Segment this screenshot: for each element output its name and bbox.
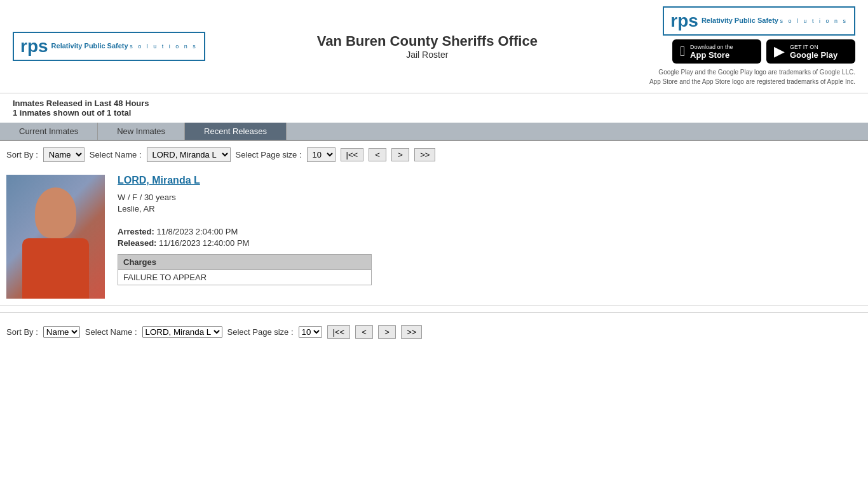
logo-right: rps Relativity Public Safety s o l u t i… xyxy=(663,6,855,36)
sort-by-select[interactable]: Name xyxy=(43,147,85,162)
inmate-released: Released: 11/16/2023 12:40:00 PM xyxy=(118,238,862,248)
bottom-sort-by-label: Sort By : xyxy=(6,327,38,337)
sort-by-label: Sort By : xyxy=(6,150,38,159)
google-play-text: GET IT ON Google Play xyxy=(790,44,837,60)
divider xyxy=(0,312,868,313)
logo-left: rps Relativity Public Safety s o l u t i… xyxy=(13,32,205,61)
inmate-arrested: Arrested: 11/8/2023 2:04:00 PM xyxy=(118,227,862,236)
inmate-info: LORD, Miranda L W / F / 30 years Leslie,… xyxy=(118,175,862,299)
bottom-nav-prev-button[interactable]: < xyxy=(355,325,373,339)
bottom-page-size-label: Select Page size : xyxy=(227,327,294,337)
bottom-nav-last-button[interactable]: >> xyxy=(401,325,422,339)
app-disclaimer: Google Play and the Google Play logo are… xyxy=(649,67,855,86)
inmate-photo xyxy=(6,175,105,299)
tab-current-inmates[interactable]: Current Inmates xyxy=(0,123,98,140)
header-right: rps Relativity Public Safety s o l u t i… xyxy=(649,6,855,86)
google-play-icon: ▶ xyxy=(774,43,785,60)
page-title: Van Buren County Sheriffs Office xyxy=(317,33,538,50)
tab-new-inmates[interactable]: New Inmates xyxy=(98,123,185,140)
tabs-bar: Current Inmates New Inmates Recent Relea… xyxy=(0,123,868,141)
nav-next-button[interactable]: > xyxy=(391,148,409,161)
bottom-select-name-select[interactable]: LORD, Miranda L xyxy=(142,326,222,338)
bottom-select-name-label: Select Name : xyxy=(85,327,137,337)
released-value: 11/16/2023 12:40:00 PM xyxy=(159,238,249,248)
nav-first-button[interactable]: |<< xyxy=(341,148,364,161)
header-center: Van Buren County Sheriffs Office Jail Ro… xyxy=(317,33,538,60)
nav-last-button[interactable]: >> xyxy=(414,148,435,161)
inmate-record: LORD, Miranda L W / F / 30 years Leslie,… xyxy=(0,168,868,306)
google-play-button[interactable]: ▶ GET IT ON Google Play xyxy=(766,39,855,64)
nav-prev-button[interactable]: < xyxy=(369,148,386,161)
charge-row-0: FAILURE TO APPEAR xyxy=(118,270,371,285)
page-size-select[interactable]: 10 xyxy=(307,147,336,162)
arrested-value: 11/8/2023 2:04:00 PM xyxy=(156,227,238,236)
bottom-nav-next-button[interactable]: > xyxy=(378,325,396,339)
logo-right-text: Relativity Public Safety s o l u t i o n… xyxy=(702,16,848,25)
inmate-race-gender-age: W / F / 30 years xyxy=(118,193,862,202)
logo-left-text: Relativity Public Safety s o l u t i o n… xyxy=(51,41,198,51)
info-bar: Inmates Released in Last 48 Hours 1 inma… xyxy=(0,93,868,123)
tab-recent-releases[interactable]: Recent Releases xyxy=(185,123,287,140)
charges-header: Charges xyxy=(118,255,371,270)
page-header: rps Relativity Public Safety s o l u t i… xyxy=(0,0,868,93)
bottom-nav-first-button[interactable]: |<< xyxy=(327,325,351,339)
info-line2: 1 inmates shown out of 1 total xyxy=(13,108,855,118)
info-line1: Inmates Released in Last 48 Hours xyxy=(13,98,855,108)
app-store-button[interactable]:  Download on the App Store xyxy=(672,39,761,64)
bottom-page-size-select[interactable]: 10 xyxy=(299,326,322,338)
inmate-name[interactable]: LORD, Miranda L xyxy=(118,175,862,186)
released-label: Released: xyxy=(118,238,156,248)
select-name-label: Select Name : xyxy=(90,150,142,159)
logo-left-rps: rps xyxy=(20,36,48,57)
bottom-controls: Sort By : Name Select Name : LORD, Miran… xyxy=(0,319,868,345)
app-buttons:  Download on the App Store ▶ GET IT ON … xyxy=(672,39,855,64)
top-controls: Sort By : Name Select Name : LORD, Miran… xyxy=(0,141,868,168)
page-subtitle: Jail Roster xyxy=(317,50,538,60)
bottom-sort-by-select[interactable]: Name xyxy=(43,326,80,338)
page-size-label: Select Page size : xyxy=(236,150,302,159)
app-store-text: Download on the App Store xyxy=(690,44,733,60)
photo-placeholder xyxy=(6,175,105,299)
charges-table: Charges FAILURE TO APPEAR xyxy=(118,254,372,285)
select-name-select[interactable]: LORD, Miranda L xyxy=(147,147,231,162)
arrested-label: Arrested: xyxy=(118,227,154,236)
logo-right-rps: rps xyxy=(670,11,698,31)
apple-icon:  xyxy=(680,43,685,60)
inmate-city-state: Leslie, AR xyxy=(118,204,862,214)
